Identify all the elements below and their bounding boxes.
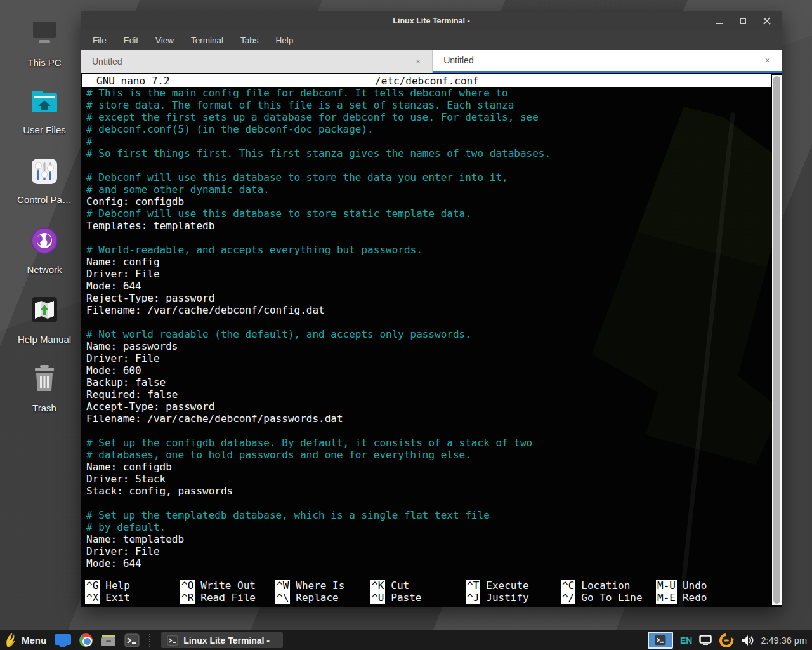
menu-button[interactable]: Menu xyxy=(5,633,46,648)
editor-line: Driver: File xyxy=(86,545,782,557)
editor-line: # except the first sets up a database fo… xyxy=(86,111,782,123)
shortcut-label: Redo xyxy=(683,592,707,604)
tab-untitled-1[interactable]: Untitled × xyxy=(81,50,433,73)
shortcut-key: ^X xyxy=(85,592,100,604)
nano-titlebar: /etc/debconf.conf GNU nano 7.2 xyxy=(82,74,771,87)
editor-line: Reject-Type: password xyxy=(86,292,782,304)
editor-line: Name: config xyxy=(86,256,782,268)
maximize-icon xyxy=(740,18,746,24)
clock[interactable]: 2:49:36 pm xyxy=(761,635,807,646)
shortcut-key: ^J xyxy=(466,592,480,604)
terminal-icon xyxy=(167,635,178,646)
editor-line: # Debconf will use this database to stor… xyxy=(86,208,782,220)
keyboard-layout-indicator[interactable]: EN xyxy=(680,635,692,646)
nano-shortcut: M-E Redo xyxy=(656,592,751,604)
maximize-button[interactable] xyxy=(735,13,751,29)
scrollbar-thumb[interactable] xyxy=(773,76,780,604)
shortcut-key: ^\ xyxy=(275,592,290,604)
taskbar-window-button[interactable]: Linux Lite Terminal - xyxy=(161,632,283,648)
desktop-icon-network[interactable]: Network xyxy=(10,225,79,275)
menu-item[interactable]: Tabs xyxy=(240,36,259,45)
nano-shortcut: ^K Cut xyxy=(370,580,466,592)
network-globe-icon xyxy=(27,225,62,260)
nano-shortcut: ^U Paste xyxy=(370,592,466,604)
folder-home-icon xyxy=(27,85,62,121)
minimize-button[interactable] xyxy=(710,13,727,29)
desktop-icon-label: Network xyxy=(10,264,79,275)
window-title: Linux Lite Terminal - xyxy=(81,17,782,25)
shortcut-label: Cut xyxy=(391,580,409,592)
editor-line: Filename: /var/cache/debconf/config.dat xyxy=(86,304,782,316)
volume-tray-icon[interactable] xyxy=(741,635,754,646)
shortcut-key: ^O xyxy=(180,580,195,592)
nano-shortcut: ^R Read File xyxy=(180,592,275,604)
close-button[interactable] xyxy=(759,13,775,29)
desktop-icon-user-files[interactable]: User Files xyxy=(10,85,79,135)
shortcut-label: Execute xyxy=(486,580,528,592)
chrome-launcher-icon[interactable] xyxy=(79,633,93,647)
terminal-content[interactable]: /etc/debconf.conf GNU nano 7.2 # This is… xyxy=(81,73,782,607)
terminal-launcher-icon[interactable] xyxy=(124,633,140,647)
tab-close-icon[interactable]: × xyxy=(413,56,423,67)
desktop-icon-help-manual[interactable]: Help Manual xyxy=(10,293,79,345)
tab-close-icon[interactable]: × xyxy=(763,55,773,65)
menu-item[interactable]: Edit xyxy=(124,36,138,45)
editor-line: # by default. xyxy=(86,521,782,533)
editor-line: # debconf.conf(5) (in the debconf-doc pa… xyxy=(86,123,782,135)
editor-line: # Debconf will use this database to stor… xyxy=(86,171,782,183)
desktop-icon-label: Control Pa… xyxy=(10,194,79,205)
editor-line: Config: configdb xyxy=(86,196,782,208)
editor-line: Mode: 644 xyxy=(86,557,782,569)
shortcut-key: ^T xyxy=(466,580,480,592)
nano-shortcut: ^W Where Is xyxy=(275,580,370,592)
editor-line xyxy=(86,316,782,328)
shortcut-label: Exit xyxy=(105,592,130,604)
editor-line: Filename: /var/cache/debconf/passwords.d… xyxy=(86,413,782,425)
editor-line xyxy=(86,425,782,437)
taskbar-separator xyxy=(149,634,152,647)
shortcut-key: M-E xyxy=(656,592,677,604)
desktop-icon-control-panel[interactable]: Control Pa… xyxy=(10,155,79,205)
menu-item[interactable]: Help xyxy=(276,36,294,45)
close-icon xyxy=(763,17,771,25)
nano-shortcut: M-U Undo xyxy=(656,580,751,592)
file-manager-icon xyxy=(101,633,116,647)
menu-item[interactable]: File xyxy=(93,36,107,45)
shortcut-label: Read File xyxy=(200,592,256,604)
desktop-icon-this-pc[interactable]: This PC xyxy=(10,17,79,68)
tray-terminal-icon[interactable] xyxy=(648,632,673,649)
desktop-icon-label: This PC xyxy=(10,57,79,68)
control-panel-icon xyxy=(27,155,62,190)
help-manual-icon xyxy=(27,293,62,330)
shortcut-label: Location xyxy=(581,580,630,592)
shortcut-label: Go To Line xyxy=(581,592,642,604)
shortcut-label: Replace xyxy=(296,592,338,604)
updates-tray-icon[interactable] xyxy=(719,633,734,648)
terminal-scrollbar[interactable] xyxy=(772,75,782,605)
nano-shortcut: ^J Justify xyxy=(466,592,561,604)
desktop-pager-icon[interactable] xyxy=(55,634,71,647)
file-manager-launcher-icon[interactable] xyxy=(101,633,116,647)
window-titlebar[interactable]: Linux Lite Terminal - xyxy=(81,11,782,30)
tab-untitled-2[interactable]: Untitled × xyxy=(433,50,782,73)
menu-bar: FileEditViewTerminalTabsHelp xyxy=(81,30,782,50)
desktop-icon-trash[interactable]: Trash xyxy=(10,362,79,413)
nano-shortcut: ^/ Go To Line xyxy=(561,592,656,604)
editor-line: Required: false xyxy=(86,388,782,401)
shortcut-key: ^U xyxy=(370,592,385,604)
editor-line xyxy=(86,232,782,244)
menu-item[interactable]: Terminal xyxy=(191,36,223,45)
editor-line: Mode: 644 xyxy=(86,280,782,292)
editor-line: Name: configdb xyxy=(86,461,782,473)
trash-icon xyxy=(27,362,62,399)
display-tray-icon[interactable] xyxy=(699,635,712,646)
editor-line: # World-readable, and accepts everything… xyxy=(86,244,782,256)
menu-item[interactable]: View xyxy=(155,36,174,45)
editor-line xyxy=(86,159,782,171)
shortcut-key: ^G xyxy=(85,580,100,592)
shortcut-label: Undo xyxy=(683,580,707,592)
nano-editor-lines: # This is the main config file for debco… xyxy=(81,87,782,569)
editor-line: # Set up the configdb database. By defau… xyxy=(86,437,782,449)
minimize-icon xyxy=(716,23,723,24)
shortcut-label: Paste xyxy=(391,592,421,604)
